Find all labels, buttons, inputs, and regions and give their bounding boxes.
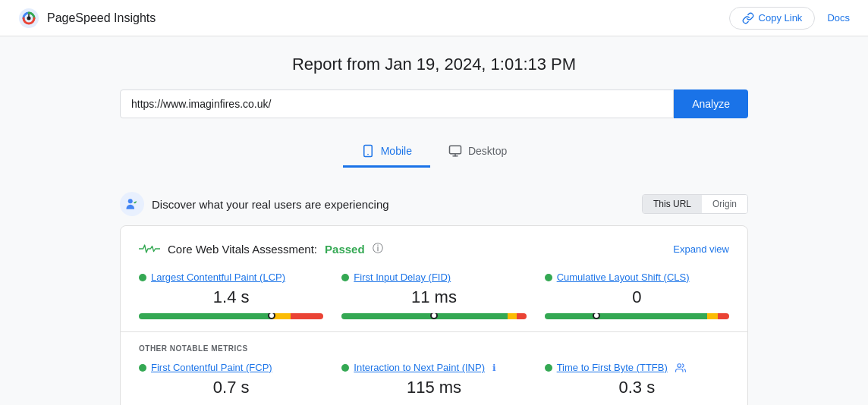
docs-link[interactable]: Docs — [827, 12, 850, 24]
metric-cls-dot — [545, 274, 552, 281]
url-input[interactable] — [120, 89, 674, 118]
metric-fid-bar — [341, 313, 526, 319]
metric-fid-value: 11 ms — [341, 287, 526, 307]
metric-fid-label-row: First Input Delay (FID) — [341, 272, 526, 283]
this-url-toggle[interactable]: This URL — [643, 195, 702, 213]
metric-inp-name[interactable]: Interaction to Next Paint (INP) — [354, 362, 485, 373]
metric-lcp-name[interactable]: Largest Contentful Paint (LCP) — [151, 272, 285, 283]
section-header-left: Discover what your real users are experi… — [120, 192, 389, 216]
svg-point-9 — [678, 363, 681, 367]
metric-fid-dot — [341, 274, 349, 281]
metric-fid-name[interactable]: First Input Delay (FID) — [354, 272, 451, 283]
metric-ttfb-value: 0.3 s — [545, 378, 729, 397]
real-users-icon — [120, 192, 144, 216]
header-actions: Copy Link Docs — [729, 7, 850, 30]
real-users-title: Discover what your real users are experi… — [152, 198, 389, 211]
cwv-assessment-label: Core Web Vitals Assessment: — [168, 243, 317, 256]
metric-cls-value: 0 — [545, 287, 729, 307]
metric-fcp-name[interactable]: First Contentful Paint (FCP) — [151, 362, 272, 373]
metric-inp: Interaction to Next Paint (INP) ℹ 115 ms — [341, 362, 526, 403]
link-icon — [742, 12, 754, 24]
metrics-divider — [121, 331, 747, 332]
url-row: Analyze — [120, 89, 748, 118]
cwv-pulse-icon — [139, 241, 160, 256]
metric-ttfb: Time to First Byte (TTFB) 0.3 s — [545, 362, 729, 403]
metric-lcp-value: 1.4 s — [139, 287, 323, 307]
origin-toggle[interactable]: Origin — [702, 195, 747, 213]
tab-desktop-label: Desktop — [468, 145, 507, 157]
metric-cls-name[interactable]: Cumulative Layout Shift (CLS) — [557, 272, 690, 283]
cwv-card: Core Web Vitals Assessment: Passed ⓘ Exp… — [120, 225, 748, 405]
cwv-metrics-grid: Largest Contentful Paint (LCP) 1.4 s Fir… — [139, 272, 729, 319]
metric-fid: First Input Delay (FID) 11 ms — [341, 272, 526, 319]
metric-lcp: Largest Contentful Paint (LCP) 1.4 s — [139, 272, 323, 319]
logo-area: PageSpeed Insights — [18, 8, 156, 29]
app-title: PageSpeed Insights — [47, 11, 156, 25]
metric-fcp-label-row: First Contentful Paint (FCP) — [139, 362, 323, 373]
analyze-button[interactable]: Analyze — [674, 89, 748, 118]
metric-inp-label-row: Interaction to Next Paint (INP) ℹ — [341, 362, 526, 373]
cwv-header: Core Web Vitals Assessment: Passed ⓘ Exp… — [139, 241, 729, 256]
other-metrics-label: OTHER NOTABLE METRICS — [139, 344, 729, 353]
metric-inp-dot — [341, 364, 349, 372]
metric-lcp-dot — [139, 274, 146, 281]
svg-point-8 — [128, 199, 133, 203]
tab-desktop[interactable]: Desktop — [430, 137, 525, 168]
cwv-passed-label: Passed — [325, 243, 365, 256]
cwv-assessment: Core Web Vitals Assessment: Passed ⓘ — [139, 241, 383, 256]
expand-view-link[interactable]: Expand view — [673, 243, 729, 255]
metric-cls-label-row: Cumulative Layout Shift (CLS) — [545, 272, 729, 283]
metric-lcp-label-row: Largest Contentful Paint (LCP) — [139, 272, 323, 283]
desktop-icon — [448, 144, 462, 158]
mobile-icon — [361, 144, 375, 158]
copy-link-button[interactable]: Copy Link — [729, 7, 816, 30]
real-users-section-header: Discover what your real users are experi… — [120, 183, 748, 225]
main-content: Report from Jan 19, 2024, 1:01:13 PM Ana… — [108, 36, 760, 405]
svg-rect-5 — [449, 146, 461, 154]
metric-cls-bar — [545, 313, 729, 319]
metric-fcp-value: 0.7 s — [139, 378, 323, 397]
metric-fcp: First Contentful Paint (FCP) 0.7 s — [139, 362, 323, 403]
url-origin-toggle: This URL Origin — [642, 194, 748, 214]
metric-inp-value: 115 ms — [341, 378, 526, 397]
metric-lcp-bar — [139, 313, 323, 319]
metric-fcp-dot — [139, 364, 146, 372]
metric-ttfb-label-row: Time to First Byte (TTFB) — [545, 362, 729, 373]
copy-link-label: Copy Link — [759, 12, 803, 24]
report-title: Report from Jan 19, 2024, 1:01:13 PM — [120, 55, 748, 74]
metric-cls: Cumulative Layout Shift (CLS) 0 — [545, 272, 729, 319]
device-tabs: Mobile Desktop — [120, 137, 748, 168]
ttfb-warning-icon — [675, 363, 686, 373]
inp-info-icon[interactable]: ℹ — [492, 363, 496, 373]
psi-logo-icon — [18, 8, 39, 29]
metric-ttfb-name[interactable]: Time to First Byte (TTFB) — [557, 362, 668, 373]
tab-mobile[interactable]: Mobile — [343, 137, 430, 168]
metric-ttfb-dot — [545, 364, 552, 372]
tab-mobile-label: Mobile — [381, 145, 412, 157]
cwv-info-icon[interactable]: ⓘ — [373, 242, 383, 256]
app-header: PageSpeed Insights Copy Link Docs — [0, 0, 868, 36]
other-metrics-grid: First Contentful Paint (FCP) 0.7 s Inter… — [139, 362, 729, 403]
